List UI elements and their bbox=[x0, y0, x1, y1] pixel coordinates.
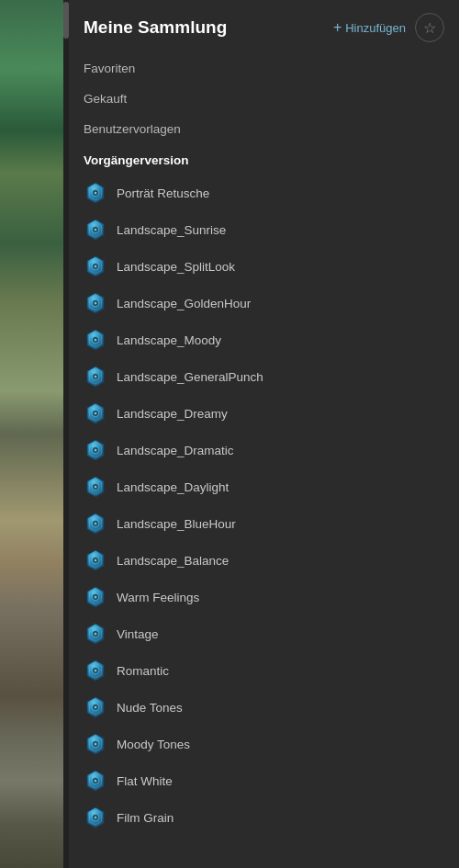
preset-name-landscape-sunrise: Landscape_Sunrise bbox=[117, 223, 226, 237]
preset-name-vintage: Vintage bbox=[117, 627, 159, 641]
collection-title: Meine Sammlung bbox=[84, 17, 227, 38]
svg-point-59 bbox=[95, 706, 97, 709]
photo-thumbnail bbox=[0, 0, 69, 868]
preset-item-moody-tones[interactable]: Moody Tones bbox=[84, 726, 444, 762]
left-panel bbox=[0, 0, 69, 868]
preset-name-romantic: Romantic bbox=[117, 664, 169, 678]
preset-item-landscape-dreamy[interactable]: Landscape_Dreamy bbox=[84, 395, 444, 432]
svg-point-47 bbox=[95, 596, 97, 599]
svg-point-67 bbox=[95, 780, 97, 783]
svg-point-39 bbox=[95, 523, 97, 525]
right-panel: Meine Sammlung + Hinzufügen ☆ Favoriten … bbox=[69, 0, 459, 868]
preset-name-landscape-moody: Landscape_Moody bbox=[117, 333, 221, 347]
preset-icon-landscape-balance bbox=[84, 548, 107, 572]
preset-item-landscape-dramatic[interactable]: Landscape_Dramatic bbox=[84, 432, 444, 468]
star-icon: ☆ bbox=[423, 19, 436, 37]
preset-name-landscape-bluehour: Landscape_BlueHour bbox=[117, 517, 236, 531]
svg-point-19 bbox=[95, 339, 97, 342]
preset-item-romantic[interactable]: Romantic bbox=[84, 652, 444, 689]
preset-name-moody-tones: Moody Tones bbox=[117, 738, 190, 751]
svg-point-71 bbox=[95, 817, 97, 819]
preset-item-landscape-splitlook[interactable]: Landscape_SplitLook bbox=[84, 248, 444, 285]
preset-icon-flat-white bbox=[84, 769, 107, 793]
preset-item-landscape-balance[interactable]: Landscape_Balance bbox=[84, 542, 444, 579]
scrollbar[interactable] bbox=[63, 0, 69, 868]
svg-point-15 bbox=[95, 302, 97, 305]
star-button[interactable]: ☆ bbox=[415, 13, 444, 42]
preset-name-landscape-generalpunch: Landscape_GeneralPunch bbox=[117, 370, 263, 384]
svg-point-63 bbox=[95, 743, 97, 746]
nav-item-gekauft[interactable]: Gekauft bbox=[84, 84, 444, 114]
preset-name-flat-white: Flat White bbox=[117, 774, 173, 788]
section-label: Vorgängerversion bbox=[84, 144, 444, 175]
preset-item-warm-feelings[interactable]: Warm Feelings bbox=[84, 579, 444, 615]
preset-icon-landscape-daylight bbox=[84, 475, 107, 499]
preset-item-landscape-moody[interactable]: Landscape_Moody bbox=[84, 321, 444, 358]
preset-item-flat-white[interactable]: Flat White bbox=[84, 762, 444, 799]
preset-icon-warm-feelings bbox=[84, 585, 107, 609]
preset-name-landscape-balance: Landscape_Balance bbox=[117, 554, 229, 568]
svg-point-35 bbox=[95, 486, 97, 489]
header: Meine Sammlung + Hinzufügen ☆ bbox=[69, 0, 459, 53]
photo-background bbox=[0, 0, 69, 868]
preset-icon-landscape-dreamy bbox=[84, 401, 107, 425]
preset-icon-portrait-retusche bbox=[84, 181, 107, 205]
preset-name-landscape-goldenhour: Landscape_GoldenHour bbox=[117, 297, 251, 310]
svg-point-11 bbox=[95, 265, 97, 268]
svg-point-55 bbox=[95, 670, 97, 672]
preset-icon-moody-tones bbox=[84, 732, 107, 756]
preset-icon-vintage bbox=[84, 622, 107, 646]
preset-item-landscape-sunrise[interactable]: Landscape_Sunrise bbox=[84, 211, 444, 248]
nav-item-favoriten[interactable]: Favoriten bbox=[84, 53, 444, 84]
preset-icon-landscape-bluehour bbox=[84, 512, 107, 535]
preset-item-landscape-bluehour[interactable]: Landscape_BlueHour bbox=[84, 505, 444, 542]
add-button[interactable]: + Hinzufügen bbox=[333, 19, 406, 36]
preset-item-landscape-daylight[interactable]: Landscape_Daylight bbox=[84, 468, 444, 505]
preset-icon-landscape-moody bbox=[84, 328, 107, 352]
svg-point-27 bbox=[95, 412, 97, 415]
preset-icon-landscape-splitlook bbox=[84, 254, 107, 278]
preset-name-landscape-dramatic: Landscape_Dramatic bbox=[117, 444, 234, 457]
svg-point-43 bbox=[95, 559, 97, 562]
preset-name-film-grain: Film Grain bbox=[117, 811, 174, 825]
preset-name-portrait-retusche: Porträt Retusche bbox=[117, 186, 209, 200]
preset-item-landscape-goldenhour[interactable]: Landscape_GoldenHour bbox=[84, 285, 444, 321]
preset-list: Porträt Retusche Landscape_Sunrise bbox=[69, 175, 459, 868]
nav-section: Favoriten Gekauft Benutzervorlagen Vorgä… bbox=[69, 53, 459, 175]
preset-icon-romantic bbox=[84, 659, 107, 682]
preset-item-portrait-retusche[interactable]: Porträt Retusche bbox=[84, 175, 444, 211]
preset-item-vintage[interactable]: Vintage bbox=[84, 615, 444, 652]
svg-point-51 bbox=[95, 633, 97, 636]
preset-name-landscape-splitlook: Landscape_SplitLook bbox=[117, 260, 235, 274]
preset-item-nude-tones[interactable]: Nude Tones bbox=[84, 689, 444, 726]
preset-name-landscape-daylight: Landscape_Daylight bbox=[117, 480, 229, 494]
header-actions: + Hinzufügen ☆ bbox=[333, 13, 444, 42]
preset-name-warm-feelings: Warm Feelings bbox=[117, 591, 199, 604]
plus-icon: + bbox=[333, 19, 341, 36]
svg-point-23 bbox=[95, 376, 97, 378]
add-label: Hinzufügen bbox=[345, 21, 406, 35]
svg-point-31 bbox=[95, 449, 97, 452]
preset-item-landscape-generalpunch[interactable]: Landscape_GeneralPunch bbox=[84, 358, 444, 395]
svg-point-7 bbox=[95, 229, 97, 231]
preset-icon-film-grain bbox=[84, 806, 107, 829]
preset-item-film-grain[interactable]: Film Grain bbox=[84, 799, 444, 836]
preset-icon-landscape-goldenhour bbox=[84, 291, 107, 315]
nav-item-benutzervorlagen[interactable]: Benutzervorlagen bbox=[84, 114, 444, 144]
preset-name-nude-tones: Nude Tones bbox=[117, 701, 183, 715]
preset-icon-landscape-sunrise bbox=[84, 218, 107, 242]
preset-icon-landscape-generalpunch bbox=[84, 365, 107, 389]
preset-name-landscape-dreamy: Landscape_Dreamy bbox=[117, 407, 228, 421]
preset-icon-nude-tones bbox=[84, 695, 107, 719]
scroll-thumb[interactable] bbox=[63, 2, 69, 39]
preset-icon-landscape-dramatic bbox=[84, 438, 107, 462]
svg-point-3 bbox=[95, 192, 97, 195]
